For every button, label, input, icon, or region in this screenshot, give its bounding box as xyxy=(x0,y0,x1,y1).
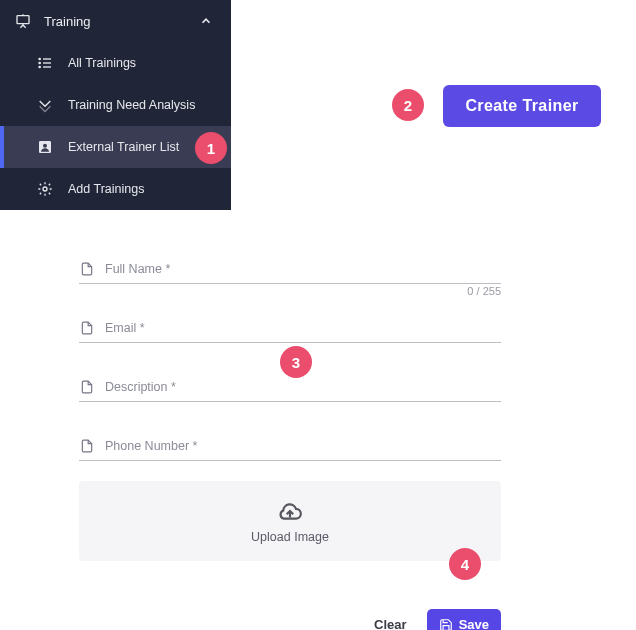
svg-point-7 xyxy=(38,62,41,65)
sidebar-item-all-trainings[interactable]: All Trainings xyxy=(0,42,231,84)
svg-rect-6 xyxy=(43,58,51,59)
sidebar-section-training[interactable]: Training xyxy=(0,0,231,42)
sidebar-item-add-trainings[interactable]: Add Trainings xyxy=(0,168,231,210)
cloud-upload-icon xyxy=(277,498,303,524)
chevron-up-icon xyxy=(195,10,217,32)
email-field[interactable]: Email * xyxy=(79,320,501,343)
field-label: Full Name * xyxy=(105,262,170,276)
svg-line-3 xyxy=(20,25,23,28)
document-icon xyxy=(79,261,95,277)
document-icon xyxy=(79,379,95,395)
document-icon xyxy=(79,320,95,336)
svg-point-5 xyxy=(38,58,41,61)
save-label: Save xyxy=(459,617,489,630)
sidebar: Training All Trainings Training Need Ana… xyxy=(0,0,231,210)
list-icon xyxy=(36,54,54,72)
create-trainer-panel: Create Trainer xyxy=(408,62,636,150)
svg-point-13 xyxy=(43,187,47,191)
step-marker-1: 1 xyxy=(195,132,227,164)
svg-line-4 xyxy=(23,25,26,28)
save-icon xyxy=(439,618,453,631)
svg-rect-10 xyxy=(43,66,51,67)
step-marker-4: 4 xyxy=(449,548,481,580)
sidebar-item-label: All Trainings xyxy=(68,56,217,70)
person-box-icon xyxy=(36,138,54,156)
analysis-icon xyxy=(36,96,54,114)
clear-button[interactable]: Clear xyxy=(368,609,413,630)
sidebar-item-training-need-analysis[interactable]: Training Need Analysis xyxy=(0,84,231,126)
create-trainer-button[interactable]: Create Trainer xyxy=(443,85,600,127)
svg-point-12 xyxy=(43,144,47,148)
step-marker-2: 2 xyxy=(392,89,424,121)
save-button[interactable]: Save xyxy=(427,609,501,630)
upload-label: Upload Image xyxy=(251,530,329,544)
svg-rect-0 xyxy=(17,16,29,24)
trainer-form: Full Name * 0 / 255 Email * Description … xyxy=(67,233,513,630)
form-actions: Clear Save xyxy=(79,609,501,630)
sidebar-item-label: Add Trainings xyxy=(68,182,217,196)
svg-point-9 xyxy=(38,66,41,69)
presentation-icon xyxy=(14,12,32,30)
field-label: Email * xyxy=(105,321,145,335)
char-counter: 0 / 255 xyxy=(467,285,501,297)
description-field[interactable]: Description * xyxy=(79,379,501,402)
step-marker-3: 3 xyxy=(280,346,312,378)
sidebar-item-label: Training Need Analysis xyxy=(68,98,217,112)
gear-icon xyxy=(36,180,54,198)
field-label: Phone Number * xyxy=(105,439,197,453)
full-name-field[interactable]: Full Name * 0 / 255 xyxy=(79,261,501,284)
sidebar-title: Training xyxy=(44,14,195,29)
upload-image-area[interactable]: Upload Image xyxy=(79,481,501,561)
document-icon xyxy=(79,438,95,454)
phone-field[interactable]: Phone Number * xyxy=(79,438,501,461)
svg-rect-8 xyxy=(43,62,51,63)
field-label: Description * xyxy=(105,380,176,394)
